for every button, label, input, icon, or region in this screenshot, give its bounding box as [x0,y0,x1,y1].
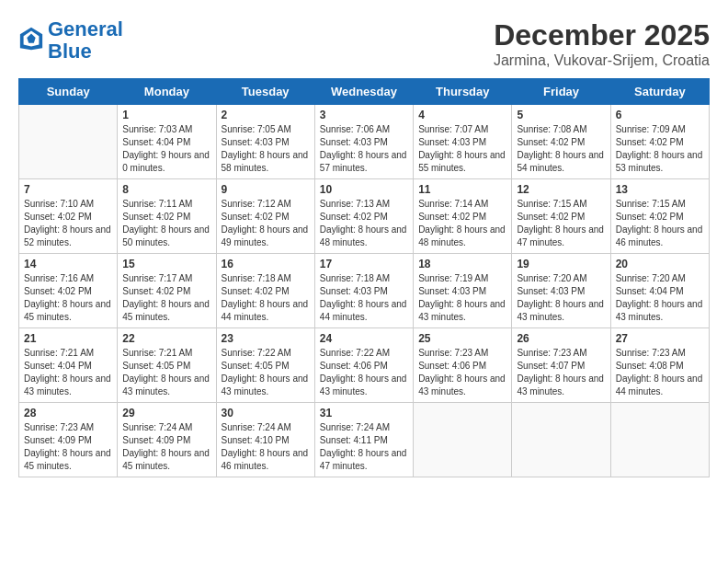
calendar-title: December 2025 [494,18,710,52]
day-number: 13 [616,183,704,196]
day-of-week-header: Tuesday [216,79,314,105]
day-info: Sunrise: 7:15 AMSunset: 4:02 PMDaylight:… [517,198,605,249]
calendar-week-row: 28Sunrise: 7:23 AMSunset: 4:09 PMDayligh… [19,403,710,477]
day-info: Sunrise: 7:23 AMSunset: 4:06 PMDaylight:… [418,347,506,398]
calendar-cell: 17Sunrise: 7:18 AMSunset: 4:03 PMDayligh… [314,254,413,328]
day-number: 29 [122,407,210,419]
day-info: Sunrise: 7:23 AMSunset: 4:08 PMDaylight:… [616,347,704,398]
day-number: 11 [418,183,506,196]
day-info: Sunrise: 7:21 AMSunset: 4:04 PMDaylight:… [24,347,112,398]
day-number: 31 [320,407,408,419]
calendar-cell: 12Sunrise: 7:15 AMSunset: 4:02 PMDayligh… [512,179,610,254]
calendar-header-row: SundayMondayTuesdayWednesdayThursdayFrid… [19,79,710,105]
title-block: December 2025 Jarmina, Vukovar-Srijem, C… [494,18,710,69]
day-number: 14 [24,258,112,270]
calendar-cell: 9Sunrise: 7:12 AMSunset: 4:02 PMDaylight… [216,179,314,254]
day-number: 9 [222,183,310,196]
day-number: 17 [320,258,408,270]
day-number: 10 [320,183,408,196]
day-of-week-header: Saturday [610,79,709,105]
day-info: Sunrise: 7:17 AMSunset: 4:02 PMDaylight:… [122,272,210,324]
page-container: General Blue December 2025 Jarmina, Vuko… [18,18,710,477]
calendar-cell [610,403,709,477]
calendar-cell: 13Sunrise: 7:15 AMSunset: 4:02 PMDayligh… [610,179,709,254]
day-number: 16 [222,258,310,270]
logo-general: General [48,17,123,40]
day-info: Sunrise: 7:18 AMSunset: 4:03 PMDaylight:… [320,272,408,324]
day-number: 3 [320,109,408,121]
day-info: Sunrise: 7:18 AMSunset: 4:02 PMDaylight:… [222,272,310,324]
day-number: 27 [616,332,704,345]
day-number: 19 [517,258,605,270]
calendar-cell: 19Sunrise: 7:20 AMSunset: 4:03 PMDayligh… [512,254,610,328]
day-info: Sunrise: 7:19 AMSunset: 4:03 PMDaylight:… [418,272,506,324]
calendar-cell [19,105,118,179]
day-number: 12 [517,183,605,196]
day-info: Sunrise: 7:16 AMSunset: 4:02 PMDaylight:… [24,272,112,324]
day-of-week-header: Sunday [19,79,118,105]
calendar-cell: 5Sunrise: 7:08 AMSunset: 4:02 PMDaylight… [512,105,610,179]
calendar-cell: 20Sunrise: 7:20 AMSunset: 4:04 PMDayligh… [610,254,709,328]
day-info: Sunrise: 7:15 AMSunset: 4:02 PMDaylight:… [616,198,704,249]
day-info: Sunrise: 7:05 AMSunset: 4:03 PMDaylight:… [222,123,310,175]
day-info: Sunrise: 7:09 AMSunset: 4:02 PMDaylight:… [616,123,704,175]
calendar-cell: 29Sunrise: 7:24 AMSunset: 4:09 PMDayligh… [118,403,216,477]
day-of-week-header: Wednesday [314,79,413,105]
day-info: Sunrise: 7:22 AMSunset: 4:06 PMDaylight:… [320,347,408,398]
calendar-cell: 21Sunrise: 7:21 AMSunset: 4:04 PMDayligh… [19,328,118,403]
day-number: 1 [122,109,210,121]
day-number: 24 [320,332,408,345]
day-number: 6 [616,109,704,121]
day-info: Sunrise: 7:24 AMSunset: 4:09 PMDaylight:… [122,421,210,473]
calendar-week-row: 7Sunrise: 7:10 AMSunset: 4:02 PMDaylight… [19,179,710,254]
day-info: Sunrise: 7:24 AMSunset: 4:10 PMDaylight:… [222,421,310,473]
calendar-cell: 8Sunrise: 7:11 AMSunset: 4:02 PMDaylight… [118,179,216,254]
day-of-week-header: Friday [512,79,610,105]
day-info: Sunrise: 7:07 AMSunset: 4:03 PMDaylight:… [418,123,506,175]
calendar-subtitle: Jarmina, Vukovar-Srijem, Croatia [494,52,710,69]
day-of-week-header: Monday [118,79,216,105]
day-number: 20 [616,258,704,270]
calendar-cell: 4Sunrise: 7:07 AMSunset: 4:03 PMDaylight… [414,105,512,179]
logo-blue-text: Blue [48,40,92,63]
calendar-cell: 10Sunrise: 7:13 AMSunset: 4:02 PMDayligh… [314,179,413,254]
header: General Blue December 2025 Jarmina, Vuko… [18,18,710,69]
day-info: Sunrise: 7:03 AMSunset: 4:04 PMDaylight:… [122,123,210,175]
day-number: 18 [418,258,506,270]
day-info: Sunrise: 7:23 AMSunset: 4:09 PMDaylight:… [24,421,112,473]
calendar-cell: 31Sunrise: 7:24 AMSunset: 4:11 PMDayligh… [314,403,413,477]
day-info: Sunrise: 7:06 AMSunset: 4:03 PMDaylight:… [320,123,408,175]
calendar-cell: 16Sunrise: 7:18 AMSunset: 4:02 PMDayligh… [216,254,314,328]
calendar-cell: 2Sunrise: 7:05 AMSunset: 4:03 PMDaylight… [216,105,314,179]
calendar-cell: 28Sunrise: 7:23 AMSunset: 4:09 PMDayligh… [19,403,118,477]
day-info: Sunrise: 7:13 AMSunset: 4:02 PMDaylight:… [320,198,408,249]
logo-icon [18,26,44,52]
calendar-cell: 22Sunrise: 7:21 AMSunset: 4:05 PMDayligh… [118,328,216,403]
day-number: 4 [418,109,506,121]
calendar-cell: 3Sunrise: 7:06 AMSunset: 4:03 PMDaylight… [314,105,413,179]
calendar-cell: 27Sunrise: 7:23 AMSunset: 4:08 PMDayligh… [610,328,709,403]
calendar-week-row: 1Sunrise: 7:03 AMSunset: 4:04 PMDaylight… [19,105,710,179]
day-number: 5 [517,109,605,121]
day-info: Sunrise: 7:10 AMSunset: 4:02 PMDaylight:… [24,198,112,249]
day-info: Sunrise: 7:20 AMSunset: 4:03 PMDaylight:… [517,272,605,324]
calendar-cell: 30Sunrise: 7:24 AMSunset: 4:10 PMDayligh… [216,403,314,477]
day-number: 8 [122,183,210,196]
day-info: Sunrise: 7:08 AMSunset: 4:02 PMDaylight:… [517,123,605,175]
calendar-cell: 6Sunrise: 7:09 AMSunset: 4:02 PMDaylight… [610,105,709,179]
day-number: 7 [24,183,112,196]
calendar-week-row: 21Sunrise: 7:21 AMSunset: 4:04 PMDayligh… [19,328,710,403]
day-info: Sunrise: 7:21 AMSunset: 4:05 PMDaylight:… [122,347,210,398]
calendar-cell: 18Sunrise: 7:19 AMSunset: 4:03 PMDayligh… [414,254,512,328]
day-info: Sunrise: 7:12 AMSunset: 4:02 PMDaylight:… [222,198,310,249]
day-number: 22 [122,332,210,345]
day-info: Sunrise: 7:22 AMSunset: 4:05 PMDaylight:… [222,347,310,398]
logo: General Blue [18,18,123,63]
day-of-week-header: Thursday [414,79,512,105]
day-number: 15 [122,258,210,270]
calendar-cell: 23Sunrise: 7:22 AMSunset: 4:05 PMDayligh… [216,328,314,403]
calendar-cell: 24Sunrise: 7:22 AMSunset: 4:06 PMDayligh… [314,328,413,403]
day-number: 28 [24,407,112,419]
calendar-cell: 1Sunrise: 7:03 AMSunset: 4:04 PMDaylight… [118,105,216,179]
calendar-cell: 15Sunrise: 7:17 AMSunset: 4:02 PMDayligh… [118,254,216,328]
